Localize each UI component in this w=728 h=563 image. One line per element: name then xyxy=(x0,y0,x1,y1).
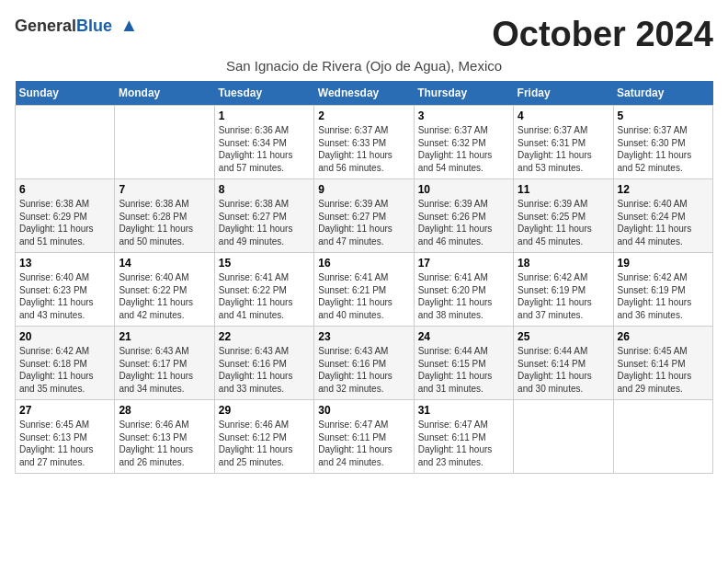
day-detail: Sunrise: 6:42 AM Sunset: 6:19 PM Dayligh… xyxy=(518,271,609,321)
col-wednesday: Wednesday xyxy=(314,81,414,106)
table-row: 13Sunrise: 6:40 AM Sunset: 6:23 PM Dayli… xyxy=(16,253,115,327)
day-detail: Sunrise: 6:43 AM Sunset: 6:16 PM Dayligh… xyxy=(318,345,409,395)
day-detail: Sunrise: 6:46 AM Sunset: 6:12 PM Dayligh… xyxy=(219,419,310,468)
day-detail: Sunrise: 6:41 AM Sunset: 6:22 PM Dayligh… xyxy=(219,271,310,321)
calendar-week-3: 13Sunrise: 6:40 AM Sunset: 6:23 PM Dayli… xyxy=(16,253,713,327)
logo-blue: Blue xyxy=(76,17,112,35)
col-friday: Friday xyxy=(514,81,613,106)
day-number: 5 xyxy=(618,109,709,122)
day-number: 2 xyxy=(318,109,409,122)
table-row: 21Sunrise: 6:43 AM Sunset: 6:17 PM Dayli… xyxy=(115,327,214,400)
col-saturday: Saturday xyxy=(613,81,712,106)
day-detail: Sunrise: 6:45 AM Sunset: 6:13 PM Dayligh… xyxy=(19,419,110,468)
location-subtitle: San Ignacio de Rivera (Ojo de Agua), Mex… xyxy=(15,58,713,74)
logo-general: General xyxy=(15,17,76,35)
calendar-header-row: Sunday Monday Tuesday Wednesday Thursday… xyxy=(16,81,713,106)
table-row: 16Sunrise: 6:41 AM Sunset: 6:21 PM Dayli… xyxy=(314,253,414,327)
calendar-week-1: 1Sunrise: 6:36 AM Sunset: 6:34 PM Daylig… xyxy=(16,106,713,179)
day-number: 13 xyxy=(19,257,110,270)
day-number: 12 xyxy=(618,183,709,196)
day-number: 17 xyxy=(418,257,509,270)
table-row: 6Sunrise: 6:38 AM Sunset: 6:29 PM Daylig… xyxy=(16,179,115,253)
day-number: 10 xyxy=(418,183,509,196)
day-number: 27 xyxy=(19,404,110,417)
calendar-week-4: 20Sunrise: 6:42 AM Sunset: 6:18 PM Dayli… xyxy=(16,327,713,400)
day-number: 19 xyxy=(618,257,709,270)
table-row: 5Sunrise: 6:37 AM Sunset: 6:30 PM Daylig… xyxy=(613,106,712,179)
day-number: 11 xyxy=(518,183,609,196)
day-detail: Sunrise: 6:43 AM Sunset: 6:16 PM Dayligh… xyxy=(219,345,310,395)
day-number: 31 xyxy=(418,404,509,417)
col-monday: Monday xyxy=(115,81,214,106)
day-number: 29 xyxy=(219,404,310,417)
table-row: 27Sunrise: 6:45 AM Sunset: 6:13 PM Dayli… xyxy=(16,400,115,474)
table-row: 29Sunrise: 6:46 AM Sunset: 6:12 PM Dayli… xyxy=(214,400,313,474)
day-number: 22 xyxy=(219,330,310,343)
month-title: October 2024 xyxy=(492,15,713,54)
day-detail: Sunrise: 6:39 AM Sunset: 6:27 PM Dayligh… xyxy=(318,198,409,247)
table-row: 31Sunrise: 6:47 AM Sunset: 6:11 PM Dayli… xyxy=(414,400,513,474)
day-detail: Sunrise: 6:41 AM Sunset: 6:20 PM Dayligh… xyxy=(418,271,509,321)
day-number: 20 xyxy=(19,330,110,343)
day-detail: Sunrise: 6:42 AM Sunset: 6:18 PM Dayligh… xyxy=(19,345,110,395)
day-number: 3 xyxy=(418,109,509,122)
day-detail: Sunrise: 6:37 AM Sunset: 6:30 PM Dayligh… xyxy=(618,124,709,174)
table-row: 23Sunrise: 6:43 AM Sunset: 6:16 PM Dayli… xyxy=(314,327,414,400)
day-detail: Sunrise: 6:37 AM Sunset: 6:32 PM Dayligh… xyxy=(418,124,509,174)
table-row xyxy=(613,400,712,474)
day-detail: Sunrise: 6:45 AM Sunset: 6:14 PM Dayligh… xyxy=(618,345,709,395)
day-detail: Sunrise: 6:43 AM Sunset: 6:17 PM Dayligh… xyxy=(119,345,210,395)
day-detail: Sunrise: 6:46 AM Sunset: 6:13 PM Dayligh… xyxy=(119,419,210,468)
day-detail: Sunrise: 6:40 AM Sunset: 6:24 PM Dayligh… xyxy=(618,198,709,247)
table-row xyxy=(514,400,613,474)
day-number: 15 xyxy=(219,257,310,270)
table-row: 3Sunrise: 6:37 AM Sunset: 6:32 PM Daylig… xyxy=(414,106,513,179)
table-row: 14Sunrise: 6:40 AM Sunset: 6:22 PM Dayli… xyxy=(115,253,214,327)
table-row: 19Sunrise: 6:42 AM Sunset: 6:19 PM Dayli… xyxy=(613,253,712,327)
day-number: 21 xyxy=(119,330,210,343)
table-row: 24Sunrise: 6:44 AM Sunset: 6:15 PM Dayli… xyxy=(414,327,513,400)
table-row: 9Sunrise: 6:39 AM Sunset: 6:27 PM Daylig… xyxy=(314,179,414,253)
day-number: 14 xyxy=(119,257,210,270)
day-number: 28 xyxy=(119,404,210,417)
day-detail: Sunrise: 6:38 AM Sunset: 6:27 PM Dayligh… xyxy=(219,198,310,247)
day-detail: Sunrise: 6:39 AM Sunset: 6:25 PM Dayligh… xyxy=(518,198,609,247)
day-detail: Sunrise: 6:40 AM Sunset: 6:22 PM Dayligh… xyxy=(119,271,210,321)
day-detail: Sunrise: 6:37 AM Sunset: 6:31 PM Dayligh… xyxy=(518,124,609,174)
table-row: 18Sunrise: 6:42 AM Sunset: 6:19 PM Dayli… xyxy=(514,253,613,327)
logo-area: GeneralBlue ▲ xyxy=(15,15,138,36)
table-row: 2Sunrise: 6:37 AM Sunset: 6:33 PM Daylig… xyxy=(314,106,414,179)
day-number: 23 xyxy=(318,330,409,343)
day-number: 6 xyxy=(19,183,110,196)
day-detail: Sunrise: 6:36 AM Sunset: 6:34 PM Dayligh… xyxy=(219,124,310,174)
col-thursday: Thursday xyxy=(414,81,513,106)
table-row: 11Sunrise: 6:39 AM Sunset: 6:25 PM Dayli… xyxy=(514,179,613,253)
table-row: 25Sunrise: 6:44 AM Sunset: 6:14 PM Dayli… xyxy=(514,327,613,400)
day-detail: Sunrise: 6:40 AM Sunset: 6:23 PM Dayligh… xyxy=(19,271,110,321)
title-area: October 2024 xyxy=(492,15,713,54)
calendar-week-5: 27Sunrise: 6:45 AM Sunset: 6:13 PM Dayli… xyxy=(16,400,713,474)
day-number: 30 xyxy=(318,404,409,417)
day-detail: Sunrise: 6:38 AM Sunset: 6:28 PM Dayligh… xyxy=(119,198,210,247)
day-number: 4 xyxy=(518,109,609,122)
day-number: 8 xyxy=(219,183,310,196)
day-number: 16 xyxy=(318,257,409,270)
table-row: 26Sunrise: 6:45 AM Sunset: 6:14 PM Dayli… xyxy=(613,327,712,400)
day-number: 9 xyxy=(318,183,409,196)
day-detail: Sunrise: 6:38 AM Sunset: 6:29 PM Dayligh… xyxy=(19,198,110,247)
day-detail: Sunrise: 6:47 AM Sunset: 6:11 PM Dayligh… xyxy=(318,419,409,468)
day-number: 26 xyxy=(618,330,709,343)
table-row xyxy=(16,106,115,179)
calendar-table: Sunday Monday Tuesday Wednesday Thursday… xyxy=(15,81,713,474)
day-number: 24 xyxy=(418,330,509,343)
day-detail: Sunrise: 6:37 AM Sunset: 6:33 PM Dayligh… xyxy=(318,124,409,174)
day-detail: Sunrise: 6:44 AM Sunset: 6:15 PM Dayligh… xyxy=(418,345,509,395)
table-row: 28Sunrise: 6:46 AM Sunset: 6:13 PM Dayli… xyxy=(115,400,214,474)
table-row: 1Sunrise: 6:36 AM Sunset: 6:34 PM Daylig… xyxy=(214,106,313,179)
table-row: 15Sunrise: 6:41 AM Sunset: 6:22 PM Dayli… xyxy=(214,253,313,327)
table-row: 10Sunrise: 6:39 AM Sunset: 6:26 PM Dayli… xyxy=(414,179,513,253)
day-number: 1 xyxy=(219,109,310,122)
col-tuesday: Tuesday xyxy=(214,81,313,106)
day-detail: Sunrise: 6:44 AM Sunset: 6:14 PM Dayligh… xyxy=(518,345,609,395)
table-row: 8Sunrise: 6:38 AM Sunset: 6:27 PM Daylig… xyxy=(214,179,313,253)
